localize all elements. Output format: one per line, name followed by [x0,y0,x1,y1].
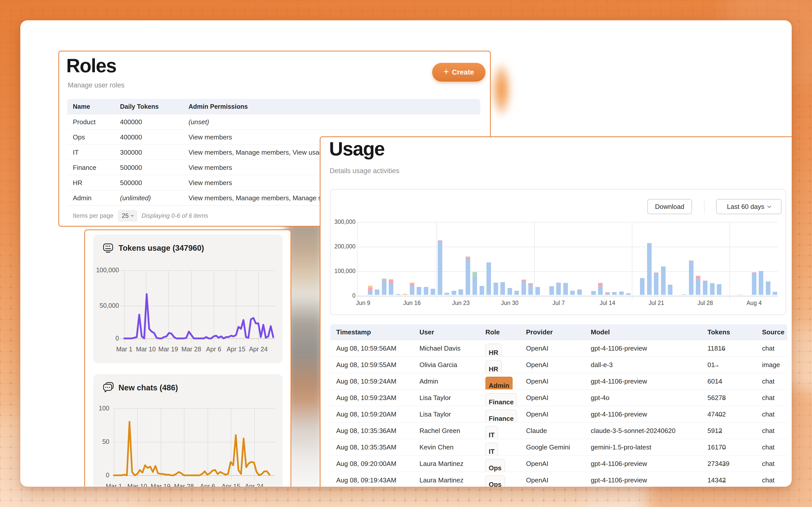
usage-bar [452,291,456,295]
bar-segment [424,287,428,295]
usage-bar [521,280,526,295]
usage-table-row[interactable]: Aug 08, 10:35:36AMRachel GreenITClaudecl… [330,422,788,439]
role-badge: Ops [486,475,505,487]
usage-bar [430,289,435,295]
roles-table-row[interactable]: Product400000(unset) [67,114,480,129]
arrow-right-icon: → [715,373,725,390]
date-range-select[interactable]: Last 60 days [716,199,781,214]
bar-segment [466,260,470,295]
daily-tokens: 500000 [120,160,142,175]
gridline [632,222,632,300]
arrow-right-icon: → [715,422,725,439]
bar-segment [514,292,519,295]
column-header: Daily Tokens [120,99,159,114]
timestamp: Aug 08, 10:59:20AM [336,406,396,422]
user: Lisa Taylor [419,406,451,422]
user: Kevin Chen [419,439,453,456]
column-header: Model [591,324,610,340]
usage-bar [640,278,645,295]
provider: OpenAI [526,390,548,406]
usage-bar [410,283,414,295]
create-button[interactable]: + Create [432,63,486,81]
usage-bar [738,294,743,295]
role-name: Finance [73,160,96,175]
admin-permissions: View members [189,175,232,190]
role-name: Product [73,114,96,129]
bar-segment [654,273,658,295]
usage-bar [494,283,498,295]
usage-bar [654,273,658,295]
bar-segment [521,281,526,295]
user: Michael Davis [419,340,461,357]
model: gpt-4-1106-preview [591,373,647,390]
bar-segment [591,291,596,295]
user: Admin [419,373,438,390]
arrow-right-icon: → [718,456,729,472]
usage-bar [500,282,505,295]
usage-table-row[interactable]: Aug 08, 10:35:35AMKevin ChenITGoogle Gem… [330,439,788,455]
arrow-right-icon: → [715,406,725,422]
bar-segment [563,284,568,295]
daily-tokens: (unlimited) [120,190,151,206]
tokens: 273→439 [707,456,729,472]
bar-segment [661,267,666,295]
usage-table-row[interactable]: Aug 08, 09:19:43AMLaura MartinezOpsOpenA… [330,472,788,487]
gridline [437,222,437,300]
usage-bar [396,294,400,295]
y-axis-label: 300,000 [327,219,356,225]
usage-bar [773,292,777,295]
new-chats-title: New chats (486) [118,383,178,392]
usage-bar [710,283,715,295]
usage-table-row[interactable]: Aug 08, 09:20:00AMLaura MartinezOpsOpenA… [330,455,788,472]
usage-bar [382,279,387,295]
admin-permissions: (unset) [189,114,209,129]
usage-table-row[interactable]: Aug 08, 10:59:20AMLisa TaylorFinanceOpen… [330,406,788,422]
y-axis-label: 100,000 [89,267,119,274]
blurred-background-image [286,221,324,487]
bar-segment [445,293,449,295]
tokens: 47→402 [707,406,726,422]
usage-bar [549,286,554,295]
usage-bar [703,281,707,295]
usage-chart-container: Download Last 60 days 300,000200,000100,… [330,189,786,315]
source: chat [762,373,774,390]
admin-permissions: View members, Manage members, Manage sys… [189,190,339,206]
usage-bar [570,291,575,295]
usage-bar [647,243,652,295]
bar-segment [766,281,770,295]
bar-segment [598,283,603,286]
usage-table-row[interactable]: Aug 08, 10:59:24AMAdminAdminOpenAIgpt-4-… [330,373,788,389]
provider: Google Gemini [526,439,570,456]
usage-bar [717,284,721,295]
gridline [357,222,358,300]
roles-subtitle: Manage user roles [68,81,124,89]
usage-table: TimestampUserRoleProviderModelTokensSour… [330,324,788,487]
tokens-usage-title: Tokens usage (347960) [118,244,204,253]
usage-table-row[interactable]: Aug 08, 10:59:23AMLisa TaylorFinanceOpen… [330,389,788,406]
items-per-page-select[interactable]: 25 [118,210,137,221]
gridline [357,271,778,272]
bar-segment [396,294,400,295]
user: Laura Martinez [419,472,463,487]
usage-bar [417,287,421,295]
usage-bar [577,289,582,295]
usage-bar [759,271,763,295]
y-axis-label: 0 [79,471,109,479]
usage-table-row[interactable]: Aug 08, 10:59:56AMMichael DavisHROpenAIg… [330,340,788,356]
timestamp: Aug 08, 09:19:43AM [336,472,396,487]
x-axis-label: Jul 28 [690,300,720,306]
y-axis-label: 0 [327,292,356,299]
usage-table-row[interactable]: Aug 08, 10:59:55AMOlivia GarciaHROpenAId… [330,356,788,373]
timestamp: Aug 08, 10:35:36AM [336,422,396,439]
role-name: IT [73,145,79,160]
bar-segment [556,283,561,295]
gridline [729,222,730,300]
gridline [357,296,778,296]
download-button[interactable]: Download [647,199,692,214]
daily-tokens: 400000 [120,129,142,145]
provider: OpenAI [526,406,548,422]
usage-bar [605,292,610,295]
bar-segment [612,292,617,295]
usage-bar [598,283,603,295]
source: chat [762,456,774,472]
